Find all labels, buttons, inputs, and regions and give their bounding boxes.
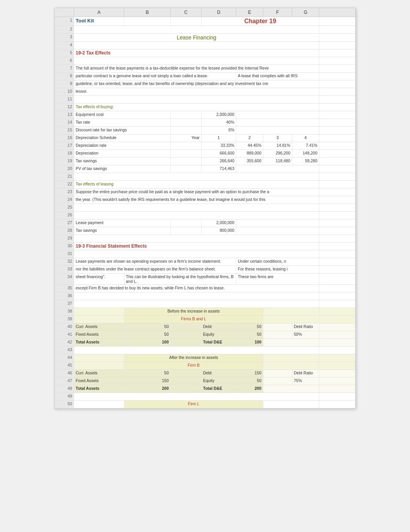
col-header-b: B [124,8,171,17]
row-num-8: 8 [55,73,74,80]
row-47: 47 Fixed Assets 150 Equity 50 75% [55,377,355,385]
column-headers: A B C D E F G [55,8,355,17]
cell-47-g: 75% [292,377,319,385]
cell-46-f [263,370,292,377]
row-39: 39 Firms B and L [55,316,355,323]
cell-42-f [263,339,319,346]
row-num-29: 29 [55,235,74,242]
row-num-16: 16 [55,134,74,142]
cell-44-f [263,354,319,362]
row-17: 17 Depreciation rate 33.33% 44.45% 14.81… [55,142,355,150]
cell-14-a: Tax rate [74,119,171,126]
cell-43 [74,347,319,354]
cell-39-b: Firms B and L [124,316,263,323]
row-5: 5 19-2 Tax Effects [55,49,355,57]
row-num-32: 32 [55,258,74,265]
row-num-28: 28 [55,227,74,235]
row-3: 3 Lease Financing [55,34,355,42]
cell-15-b [171,127,202,134]
cell-17-e: 14.81% [263,142,292,150]
cell-47-a: Fixed Assets [74,377,124,385]
cell-47-c [171,377,202,385]
cell-41-e: 50 [236,331,263,338]
cell-40-d: Debt [202,323,236,331]
cell-15-c: 6% [202,127,236,134]
row-41: 41 Fixed Assets 50 Equity 50 50% [55,331,355,339]
cell-46-a: Curr. Assets [74,370,124,377]
cell-42-b: 100 [124,339,171,346]
cell-25 [74,204,319,211]
cell-16-b: Year [171,134,202,142]
row-num-27: 27 [55,219,74,227]
row-num-3: 3 [55,34,74,41]
cell-20-d [236,165,319,173]
row-num-26: 26 [55,212,74,219]
cell-46-g: Debt Ratio [292,370,319,377]
row-num-18: 18 [55,150,74,157]
cell-33-a: nor the liabilities under the lease cont… [74,266,236,273]
cell-46-c [171,370,202,377]
cell-18-f: 148,200 [292,150,319,157]
row-14: 14 Tax rate 40% [55,119,355,127]
cell-29 [74,235,319,242]
cell-42-e: 100 [236,339,263,346]
cell-48-f [263,385,319,393]
row-num-5: 5 [55,49,74,57]
cell-28-d [236,227,319,235]
row-11: 11 [55,96,355,104]
row-num-38: 38 [55,308,74,315]
row-42: 42 Total Assets 100 Total D&E 100 [55,339,355,347]
cell-1-a: Tool Kit [74,17,124,25]
row-34: 34 sheet financing". This can be illustr… [55,274,355,285]
row-15: 15 Discount rate for tax savings 6% [55,127,355,134]
row-num-44: 44 [55,354,74,362]
cell-19-a: Tax savings [74,158,171,165]
row-num-22: 22 [55,181,74,188]
row-num-24: 24 [55,196,74,204]
cell-19-b [171,158,202,165]
row-8: 8 particular contract is a genuine lease… [55,73,355,80]
row-40: 40 Curr. Assets 50 Debt 50 Debt Ratio [55,323,355,331]
cell-34-b: This can be illustrated by looking at th… [124,274,236,284]
cell-2 [74,26,319,33]
cell-22: Tax effects of leasing [74,181,319,188]
cell-17-c: 33.33% [202,142,236,150]
row-num-40: 40 [55,323,74,331]
cell-17-a: Depreciation rate [74,142,171,150]
cell-39-a [74,316,124,323]
row-23: 23 Suppose the entire purchase price cou… [55,189,355,196]
cell-17-f: 7.41% [292,142,319,150]
row-27: 27 Lease payment 2,000,000 [55,219,355,227]
cell-48-c [171,385,202,393]
cell-46-e: 150 [236,370,263,377]
cell-18-d: 889,000 [236,150,263,157]
row-num-34: 34 [55,274,74,284]
cell-13-b [171,111,202,119]
cell-41-d: Equity [202,331,236,338]
cell-44-a [74,354,124,362]
cell-23: Suppose the entire purchase price could … [74,189,319,196]
row-36: 36 [55,292,355,300]
cell-14-d [236,119,319,126]
cell-33-d: For these reasons, leasing i [236,266,319,273]
row-num-6: 6 [55,57,74,65]
row-num-36: 36 [55,292,74,300]
cell-3: Lease Financing [74,34,319,41]
row-45: 45 Firm B [55,362,355,370]
cell-42-c [171,339,202,346]
cell-19-f: 59,280 [292,158,319,165]
row-num-19: 19 [55,158,74,165]
row-22: 22 Tax effects of leasing [55,181,355,189]
cell-45-f [263,362,319,369]
cell-34-a: sheet financing". [74,274,124,284]
row-48: 48 Total Assets 200 Total D&E 200 [55,385,355,393]
row-37: 37 [55,300,355,308]
cell-7: The full amount of the lease payments is… [74,65,319,72]
cell-9: guideline, or tax-oriented, lease, and t… [74,80,319,88]
cell-50-b: Firm L [124,401,263,408]
cell-42-d: Total D&E [202,339,236,346]
cell-47-d: Equity [202,377,236,385]
cell-30: 19-3 Financial Statement Effects [74,243,319,250]
cell-48-b: 200 [124,385,171,393]
cell-16-c: 1 [202,134,236,142]
